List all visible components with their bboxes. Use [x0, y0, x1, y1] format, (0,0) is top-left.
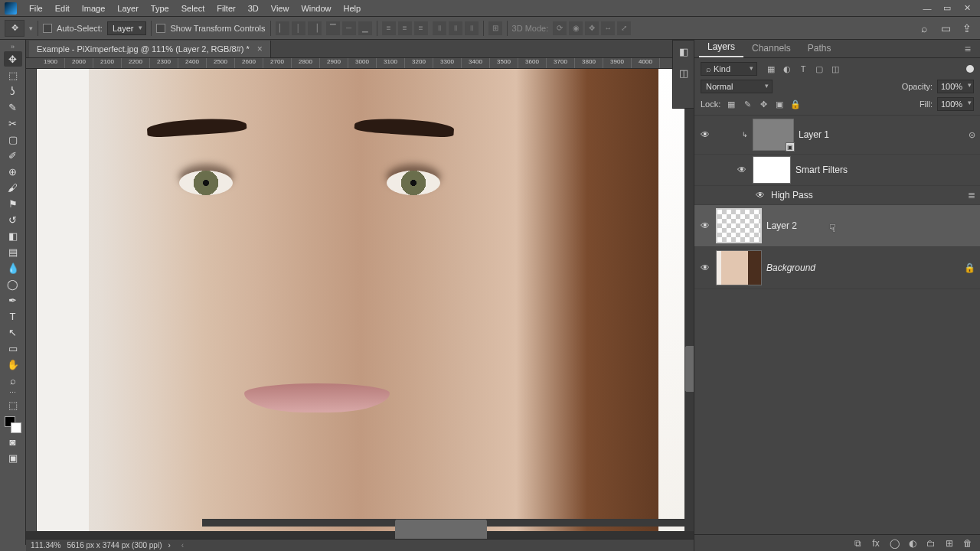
collapsed-panel-icon[interactable]: ◫	[673, 62, 694, 83]
scrollbar-vertical[interactable]	[684, 69, 694, 531]
quick-select-tool-icon[interactable]: ✎	[4, 99, 22, 115]
lock-icon[interactable]: 🔒	[964, 262, 975, 273]
menu-help[interactable]: Help	[338, 4, 368, 13]
scrollbar-thumb[interactable]	[395, 520, 487, 539]
smart-filter-mask-thumbnail[interactable]	[753, 156, 791, 184]
lock-all-icon[interactable]: 🔒	[789, 98, 802, 110]
eraser-tool-icon[interactable]: ◧	[4, 228, 22, 243]
distribute-left-icon[interactable]: ⦀	[433, 21, 446, 35]
layer-thumbnail[interactable]	[716, 250, 762, 285]
history-brush-tool-icon[interactable]: ↺	[4, 212, 22, 227]
align-left-edges-icon[interactable]: ▏	[276, 21, 289, 35]
path-select-tool-icon[interactable]: ↖	[4, 324, 22, 340]
lock-transparent-icon[interactable]: ▦	[725, 98, 737, 110]
close-icon[interactable]: ✕	[959, 2, 975, 15]
align-bottom-edges-icon[interactable]: ▁	[358, 21, 372, 35]
status-menu-icon[interactable]: ›	[168, 541, 170, 549]
filter-name[interactable]: High Pass	[771, 190, 813, 201]
visibility-toggle-icon[interactable]: 👁	[754, 189, 766, 201]
tools-collapse-icon[interactable]: »	[11, 43, 15, 51]
opacity-input[interactable]	[937, 80, 974, 93]
ruler-vertical[interactable]	[26, 69, 37, 531]
menu-image[interactable]: Image	[76, 4, 112, 13]
link-layers-icon[interactable]: ⧉	[851, 538, 864, 549]
filter-toggle[interactable]	[966, 65, 974, 73]
pen-tool-icon[interactable]: ✒	[4, 292, 22, 308]
layer-row-background[interactable]: 👁 Background 🔒	[694, 247, 980, 289]
distribute-hcenter-icon[interactable]: ⦀	[449, 21, 462, 35]
fill-input[interactable]	[937, 97, 974, 111]
filter-options-icon[interactable]: ≣	[968, 190, 975, 201]
distribute-bottom-icon[interactable]: ≡	[414, 21, 428, 35]
layer-fx-icon[interactable]: fx	[870, 538, 882, 549]
rectangle-tool-icon[interactable]: ▭	[4, 341, 22, 356]
color-swatches[interactable]	[5, 416, 21, 433]
hand-tool-icon[interactable]: ✋	[4, 357, 22, 372]
quick-mask-icon[interactable]: ◙	[4, 434, 22, 449]
marquee-tool-icon[interactable]: ⬚	[4, 67, 22, 83]
canvas[interactable]	[37, 69, 684, 531]
minimize-icon[interactable]: —	[919, 2, 936, 15]
visibility-toggle-icon[interactable]: 👁	[699, 262, 711, 274]
filter-pixel-icon[interactable]: ▦	[765, 63, 777, 75]
menu-view[interactable]: View	[265, 4, 296, 13]
background-swatch[interactable]	[11, 422, 21, 433]
tab-paths[interactable]: Paths	[799, 39, 840, 57]
link-icon[interactable]: ⊝	[969, 130, 975, 140]
delete-layer-icon[interactable]: 🗑	[962, 538, 974, 549]
align-vertical-centers-icon[interactable]: ─	[342, 21, 356, 35]
scroll-left-icon[interactable]: ‹	[181, 541, 184, 549]
lasso-tool-icon[interactable]: ʖ	[4, 83, 22, 99]
dodge-tool-icon[interactable]: ◯	[4, 276, 22, 292]
scrollbar-horizontal[interactable]	[202, 519, 684, 527]
edit-toolbar-icon[interactable]: ⬚	[4, 397, 22, 412]
show-transform-checkbox[interactable]	[156, 24, 165, 33]
move-tool-icon[interactable]: ✥	[4, 51, 22, 67]
new-group-icon[interactable]: 🗀	[925, 538, 937, 549]
layer-row-layer2[interactable]: 👁 Layer 2 ☟	[694, 205, 980, 247]
auto-align-icon[interactable]: ⊞	[488, 21, 502, 35]
filter-high-pass-row[interactable]: 👁 High Pass ≣	[694, 186, 980, 205]
share-icon[interactable]: ⇪	[959, 20, 975, 37]
align-right-edges-icon[interactable]: ▕	[308, 21, 322, 35]
tab-channels[interactable]: Channels	[743, 39, 799, 57]
maximize-icon[interactable]: ▭	[939, 2, 956, 15]
visibility-toggle-icon[interactable]: 👁	[699, 220, 711, 232]
align-horizontal-centers-icon[interactable]: │	[292, 21, 305, 35]
layer-row-layer1[interactable]: 👁 ↳ ▣ Layer 1 ⊝	[694, 116, 980, 155]
menu-filter[interactable]: Filter	[211, 4, 241, 13]
scrollbar-thumb[interactable]	[685, 346, 694, 392]
menu-window[interactable]: Window	[295, 4, 337, 13]
frame-tool-icon[interactable]: ▢	[4, 132, 22, 147]
align-top-edges-icon[interactable]: ▔	[326, 21, 340, 35]
menu-select[interactable]: Select	[175, 4, 211, 13]
gradient-tool-icon[interactable]: ▤	[4, 244, 22, 259]
new-layer-icon[interactable]: ⊞	[943, 538, 956, 549]
spot-healing-tool-icon[interactable]: ⊕	[4, 164, 22, 179]
menu-3d[interactable]: 3D	[242, 4, 265, 13]
zoom-tool-icon[interactable]: ⌕	[4, 373, 22, 388]
zoom-level[interactable]: 111.34%	[31, 541, 60, 549]
layer-name[interactable]: Layer 1	[799, 129, 829, 140]
clone-stamp-tool-icon[interactable]: ⚑	[4, 196, 22, 211]
collapsed-panel-icon[interactable]: ◧	[673, 41, 694, 62]
new-adjustment-icon[interactable]: ◐	[906, 538, 919, 549]
layer-name[interactable]: Background	[766, 262, 815, 273]
layer-thumbnail[interactable]	[716, 208, 762, 243]
visibility-toggle-icon[interactable]: 👁	[736, 164, 748, 176]
screen-mode-icon[interactable]: ▣	[4, 450, 22, 465]
auto-select-target-dropdown[interactable]: Layer	[107, 21, 147, 35]
document-tab[interactable]: Example - PiXimperfect.jpg @ 111% (Layer…	[29, 41, 271, 57]
blend-mode-dropdown[interactable]: Normal	[701, 80, 773, 93]
menu-layer[interactable]: Layer	[111, 4, 145, 13]
ruler-horizontal[interactable]: 1900 2000 2100 2200 2300 2400 2500 2600 …	[26, 58, 694, 69]
smart-filters-row[interactable]: 👁 Smart Filters	[694, 155, 980, 186]
workspace-switcher-icon[interactable]: ▭	[937, 20, 954, 37]
tab-layers[interactable]: Layers	[699, 37, 743, 57]
auto-select-checkbox[interactable]	[43, 24, 52, 33]
search-icon[interactable]: ⌕	[916, 20, 933, 37]
distribute-top-icon[interactable]: ≡	[382, 21, 396, 35]
filter-adjust-icon[interactable]: ◐	[781, 63, 793, 75]
type-tool-icon[interactable]: T	[4, 308, 22, 324]
menu-edit[interactable]: Edit	[49, 4, 76, 13]
